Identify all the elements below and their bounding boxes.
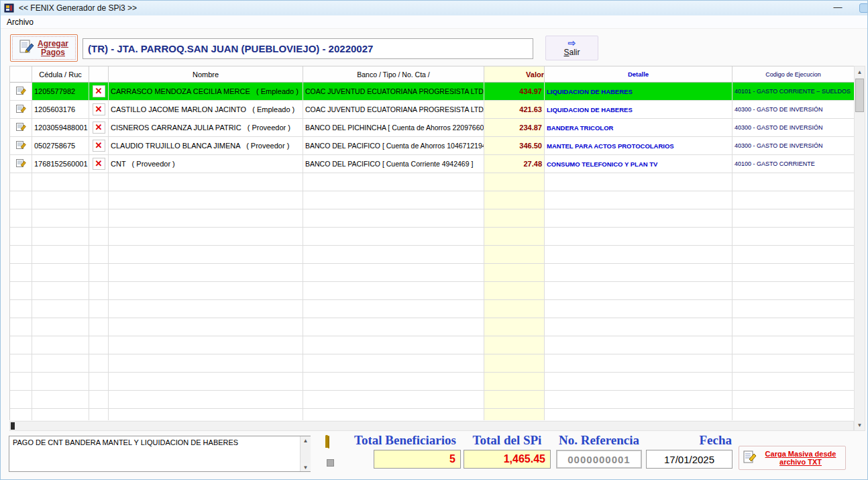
empty-cell bbox=[303, 264, 484, 282]
row-edit-icon bbox=[16, 86, 26, 97]
grid-row-empty bbox=[10, 282, 854, 300]
row-edit-icon bbox=[16, 140, 26, 151]
empty-cell bbox=[109, 209, 303, 228]
empty-cell bbox=[89, 300, 109, 318]
empty-cell bbox=[10, 282, 32, 300]
empty-cell bbox=[484, 173, 545, 191]
empty-cell bbox=[109, 173, 303, 191]
empty-cell bbox=[109, 373, 303, 391]
window-title: << FENIX Generador de SPi3 >> bbox=[19, 3, 137, 13]
agregar-pagos-button[interactable]: AgregarPagos bbox=[10, 34, 78, 62]
empty-cell bbox=[484, 373, 545, 391]
empty-cell bbox=[10, 246, 32, 264]
entity-field[interactable]: (TR) - JTA. PARROQ.SAN JUAN (PUEBLOVIEJO… bbox=[83, 38, 533, 59]
empty-cell bbox=[10, 318, 32, 336]
grid-body: 1205577982✕CARRASCO MENDOZA CECILIA MERC… bbox=[10, 83, 854, 420]
empty-cell bbox=[484, 391, 545, 409]
row-indicator-cell bbox=[10, 83, 32, 101]
scroll-down-icon[interactable]: ▼ bbox=[855, 420, 865, 430]
empty-cell bbox=[303, 354, 484, 373]
banco-cell: BANCO DEL PACIFICO [ Cuenta de Ahorros 1… bbox=[303, 137, 484, 155]
salir-button[interactable]: ⇨ Salir bbox=[545, 36, 598, 60]
delete-row-icon[interactable]: ✕ bbox=[93, 103, 105, 115]
delete-cell: ✕ bbox=[89, 119, 109, 137]
nombre-cell: CISNEROS CARRANZA JULIA PATRIC ( Proveed… bbox=[109, 119, 303, 137]
delete-cell: ✕ bbox=[89, 137, 109, 155]
empty-cell bbox=[303, 300, 484, 318]
row-edit-icon bbox=[16, 122, 26, 133]
empty-cell bbox=[733, 282, 854, 300]
grid-row[interactable]: 1205603176✕CASTILLO JACOME MARLON JACINT… bbox=[10, 101, 854, 119]
banco-cell: BANCO DEL PICHINCHA [ Cuenta de Ahorros … bbox=[303, 119, 484, 137]
empty-cell bbox=[109, 409, 303, 420]
grid-row[interactable]: 1768152560001✕CNT ( Proveedor )BANCO DEL… bbox=[10, 155, 854, 173]
empty-cell bbox=[545, 246, 733, 264]
codigo-cell: 40101 - GASTO CORRIENTE – SUELDOS bbox=[733, 83, 854, 101]
nombre-cell: CARRASCO MENDOZA CECILIA MERCE ( Emplead… bbox=[109, 83, 303, 101]
minimize-button[interactable]: — bbox=[831, 2, 845, 14]
empty-cell bbox=[89, 191, 109, 209]
empty-cell bbox=[10, 354, 32, 373]
horizontal-scrollbar[interactable] bbox=[9, 421, 854, 431]
close-button[interactable] bbox=[859, 3, 868, 13]
grid-row-empty bbox=[10, 228, 854, 246]
row-indicator-cell bbox=[10, 137, 32, 155]
grid-row-empty bbox=[10, 409, 854, 420]
empty-cell bbox=[10, 228, 32, 246]
memo-scrollbar[interactable]: ▲ ▼ bbox=[300, 436, 311, 471]
banco-cell: COAC JUVENTUD ECUATORIANA PROGRESISTA LT… bbox=[303, 83, 484, 101]
delete-cell: ✕ bbox=[89, 83, 109, 101]
delete-row-icon[interactable]: ✕ bbox=[93, 85, 105, 97]
memo-scroll-down-icon[interactable]: ▼ bbox=[301, 463, 311, 471]
delete-row-icon[interactable]: ✕ bbox=[93, 158, 105, 170]
empty-cell bbox=[10, 191, 32, 209]
memo-scroll-up-icon[interactable]: ▲ bbox=[301, 436, 311, 444]
empty-cell bbox=[303, 336, 484, 354]
empty-cell bbox=[303, 191, 484, 209]
horizontal-scroll-thumb[interactable] bbox=[11, 422, 15, 430]
cedula-cell: 0502758675 bbox=[32, 137, 89, 155]
empty-cell bbox=[545, 409, 733, 420]
empty-cell bbox=[32, 354, 89, 373]
delete-row-icon[interactable]: ✕ bbox=[93, 122, 105, 134]
scroll-up-icon[interactable]: ▲ bbox=[855, 66, 865, 77]
empty-cell bbox=[484, 354, 545, 373]
carga-masiva-button[interactable]: Carga Masiva desdearchivo TXT bbox=[739, 446, 846, 470]
row-edit-icon bbox=[16, 104, 26, 115]
grid-row[interactable]: 0502758675✕CLAUDIO TRUJILLO BLANCA JIMEN… bbox=[10, 137, 854, 155]
title-bar: << FENIX Generador de SPi3 >> — bbox=[1, 1, 867, 15]
menu-item-archivo[interactable]: Archivo bbox=[7, 17, 34, 27]
empty-cell bbox=[733, 191, 854, 209]
grid-row-empty bbox=[10, 318, 854, 336]
vertical-scroll-thumb[interactable] bbox=[855, 79, 864, 112]
grid-row-empty bbox=[10, 300, 854, 318]
empty-cell bbox=[109, 300, 303, 318]
row-edit-icon bbox=[16, 158, 26, 169]
empty-cell bbox=[484, 209, 545, 228]
delete-cell: ✕ bbox=[89, 101, 109, 119]
grid-row[interactable]: 1203059488001✕CISNEROS CARRANZA JULIA PA… bbox=[10, 119, 854, 137]
empty-cell bbox=[10, 209, 32, 228]
codigo-cell: 40300 - GASTO DE INVERSIÓN bbox=[733, 119, 854, 137]
empty-cell bbox=[545, 318, 733, 336]
empty-cell bbox=[32, 228, 89, 246]
empty-cell bbox=[303, 282, 484, 300]
lock-icon bbox=[325, 436, 335, 447]
payment-summary-memo[interactable]: PAGO DE CNT BANDERA MANTEL Y LIQUIDACION… bbox=[9, 436, 311, 472]
empty-cell bbox=[10, 173, 32, 191]
vertical-scrollbar[interactable]: ▲ ▼ bbox=[854, 66, 865, 431]
app-window: << FENIX Generador de SPi3 >> — Archivo … bbox=[0, 0, 868, 480]
empty-cell bbox=[109, 228, 303, 246]
grid-row-empty bbox=[10, 264, 854, 282]
txt-file-icon bbox=[743, 450, 757, 467]
grid-row[interactable]: 1205577982✕CARRASCO MENDOZA CECILIA MERC… bbox=[10, 83, 854, 101]
detalle-cell: LIQUIDACION DE HABERES bbox=[545, 101, 733, 119]
empty-cell bbox=[303, 246, 484, 264]
fecha-value[interactable]: 17/01/2025 bbox=[646, 450, 733, 469]
empty-cell bbox=[32, 246, 89, 264]
delete-row-icon[interactable]: ✕ bbox=[93, 140, 105, 152]
row-indicator-cell bbox=[10, 155, 32, 173]
empty-cell bbox=[733, 209, 854, 228]
codigo-cell: 40100 - GASTO CORRIENTE bbox=[733, 155, 854, 173]
empty-cell bbox=[32, 264, 89, 282]
